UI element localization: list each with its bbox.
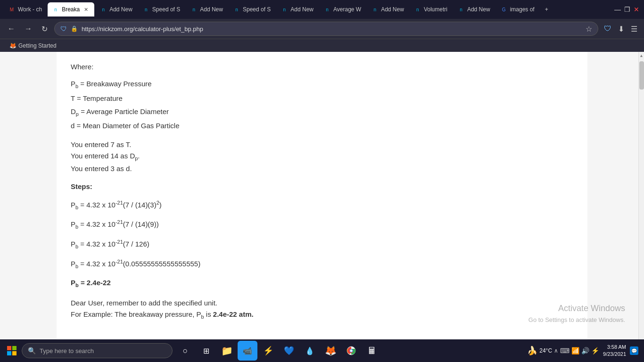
steps-title: Steps: — [71, 181, 573, 192]
tab-addnew3[interactable]: n Add New — [276, 2, 318, 16]
tab-addnew4-label: Add New — [381, 6, 404, 13]
taskbar-app-calculator[interactable]: 🖩 — [362, 341, 382, 361]
tab-imagesofi-favicon: G — [501, 6, 507, 13]
var-d-text: d = Mean Diameter of Gas Particle — [71, 122, 180, 130]
temperature-text: 24°C — [539, 347, 552, 354]
tab-breaka[interactable]: n Breaka ✕ — [48, 2, 94, 16]
taskbar-app-dropbox[interactable]: 💧 — [300, 341, 320, 361]
tab-volumetri-favicon: n — [414, 6, 421, 13]
note-section: Dear User, remember to add the specified… — [71, 297, 573, 321]
tab-addnew2[interactable]: n Add New — [186, 2, 228, 16]
scrollbar-thumb[interactable] — [639, 61, 644, 90]
final-result: Pb = 2.4e-22 — [71, 277, 573, 290]
entered-t: You entered 7 as T. — [71, 139, 573, 150]
taskbar-app-firefox[interactable]: 🦊 — [321, 341, 340, 361]
taskbar-app-taskview[interactable]: ⊞ — [196, 341, 216, 361]
logo-cell-1 — [7, 346, 11, 350]
bookmark-star-icon[interactable]: ☆ — [586, 25, 592, 33]
taskbar-app-zoom[interactable]: 📹 — [238, 341, 257, 361]
title-bar: M Work - ch n Breaka ✕ n Add New n Speed… — [0, 0, 644, 19]
taskbar-right: 🍌 24°C ∧ ⌨ 📶 🔊 ⚡ 3:58 AM 9/23/2021 💬 — [527, 344, 642, 358]
tab-addnew1[interactable]: n Add New — [95, 2, 137, 16]
variable-definitions: Pb = Breakaway Pressure T = Temperature … — [71, 78, 573, 132]
lock-icon: 🔒 — [71, 25, 78, 32]
tab-work[interactable]: M Work - ch — [4, 2, 47, 16]
formula-step-3: Pb = 4.32 x 10-21(7 / 126) — [71, 238, 573, 251]
tab-speedof1-favicon: n — [143, 6, 149, 13]
address-bar[interactable]: 🛡 🔒 https://nickzom.org/calculator-plus/… — [54, 22, 598, 36]
tab-work-favicon: M — [8, 6, 15, 13]
chrome-icon — [347, 346, 356, 355]
taskbar-icon-keyboard: ⌨ — [560, 347, 570, 354]
tab-addnew5-label: Add New — [467, 6, 490, 13]
tab-breaka-close[interactable]: ✕ — [83, 6, 90, 13]
bookmarks-bar: 🦊 Getting Started — [0, 39, 644, 52]
taskbar-time: 3:58 AM — [603, 344, 626, 351]
close-button[interactable]: ✕ — [633, 6, 640, 13]
reload-button[interactable]: ↻ — [39, 23, 50, 35]
scrollbar[interactable]: ▲ — [638, 52, 644, 339]
taskbar-app-files[interactable]: 📁 — [217, 341, 237, 361]
forward-button[interactable]: → — [22, 23, 35, 35]
maximize-button[interactable]: ❐ — [623, 6, 631, 13]
tab-speedof2[interactable]: n Speed of S — [229, 2, 275, 16]
var-pb: Pb = Breakaway Pressure — [71, 78, 573, 91]
download-button[interactable]: ⬇ — [616, 23, 626, 35]
taskbar-icon-wifi: 📶 — [571, 347, 579, 354]
taskbar-search-icon: 🔍 — [28, 347, 36, 354]
back-button[interactable]: ← — [5, 23, 18, 35]
taskbar-app-chrome[interactable] — [341, 341, 361, 361]
caret-up-icon[interactable]: ∧ — [554, 347, 558, 354]
var-dp-text: Dp = Average Particle Diameter — [71, 107, 169, 115]
start-button[interactable] — [2, 341, 22, 361]
formula-step-4: Pb = 4.32 x 10-21(0.05555555555555555) — [71, 258, 573, 271]
tab-new[interactable]: + — [540, 2, 553, 16]
scrollbar-up-arrow[interactable]: ▲ — [639, 52, 644, 59]
where-title: Where: — [71, 61, 573, 73]
tab-averagew[interactable]: n Average W — [319, 2, 366, 16]
tab-imagesofi-label: images of — [510, 6, 535, 13]
var-dp: Dp = Average Particle Diameter — [71, 106, 573, 119]
taskbar-app-vscode[interactable]: 💙 — [279, 341, 299, 361]
logo-cell-2 — [12, 346, 17, 350]
taskbar-notification[interactable]: 💬 — [630, 346, 638, 355]
tab-addnew2-favicon: n — [190, 6, 197, 13]
svg-point-2 — [350, 350, 353, 352]
bookmark-firefox-icon: 🦊 — [9, 42, 17, 49]
tab-addnew3-favicon: n — [281, 6, 288, 13]
menu-button[interactable]: ☰ — [629, 23, 639, 35]
page-content: Where: Pb = Breakaway Pressure T = Tempe… — [57, 52, 587, 339]
tab-addnew4[interactable]: n Add New — [367, 2, 409, 16]
minimize-button[interactable]: — — [614, 6, 621, 13]
tab-breaka-label: Breaka — [62, 6, 80, 13]
windows-logo-icon — [7, 346, 17, 355]
taskbar-search[interactable]: 🔍 Type here to search — [22, 343, 173, 358]
tab-volumetri[interactable]: n Volumetri — [410, 2, 452, 16]
tab-speedof1[interactable]: n Speed of S — [138, 2, 185, 16]
bookmark-getting-started[interactable]: 🦊 Getting Started — [6, 41, 60, 50]
tab-addnew5[interactable]: n Add New — [453, 2, 495, 16]
tab-work-label: Work - ch — [18, 6, 42, 13]
tab-addnew3-label: Add New — [290, 6, 314, 13]
taskbar-app-search[interactable]: ○ — [175, 341, 195, 361]
taskbar-icon-volume: 🔊 — [581, 347, 589, 354]
taskbar-date: 9/23/2021 — [603, 351, 626, 358]
entered-dp: You entered 14 as Dp. — [71, 150, 573, 163]
tab-addnew4-favicon: n — [372, 6, 378, 13]
tab-addnew2-label: Add New — [200, 6, 223, 13]
tab-speedof2-label: Speed of S — [243, 6, 271, 13]
tab-averagew-favicon: n — [324, 6, 330, 13]
taskbar: 🔍 Type here to search ○ ⊞ 📁 📹 ⚡ 💙 💧 🦊 🖩 … — [0, 339, 644, 362]
nav-bar: ← → ↻ 🛡 🔒 https://nickzom.org/calculator… — [0, 19, 644, 39]
taskbar-app-flash[interactable]: ⚡ — [258, 341, 278, 361]
tab-volumetri-label: Volumetri — [424, 6, 447, 13]
tab-averagew-label: Average W — [333, 6, 361, 13]
security-shield-icon: 🛡 — [60, 25, 67, 33]
taskbar-system-icons: 🍌 24°C ∧ ⌨ 📶 🔊 ⚡ — [527, 346, 599, 356]
var-d: d = Mean Diameter of Gas Particle — [71, 120, 573, 132]
entered-d: You entered 3 as d. — [71, 163, 573, 174]
url-text: https://nickzom.org/calculator-plus/et_b… — [82, 25, 582, 33]
tab-addnew1-label: Add New — [109, 6, 132, 13]
shield-button[interactable]: 🛡 — [602, 23, 613, 35]
tab-imagesofi[interactable]: G images of — [496, 2, 539, 16]
